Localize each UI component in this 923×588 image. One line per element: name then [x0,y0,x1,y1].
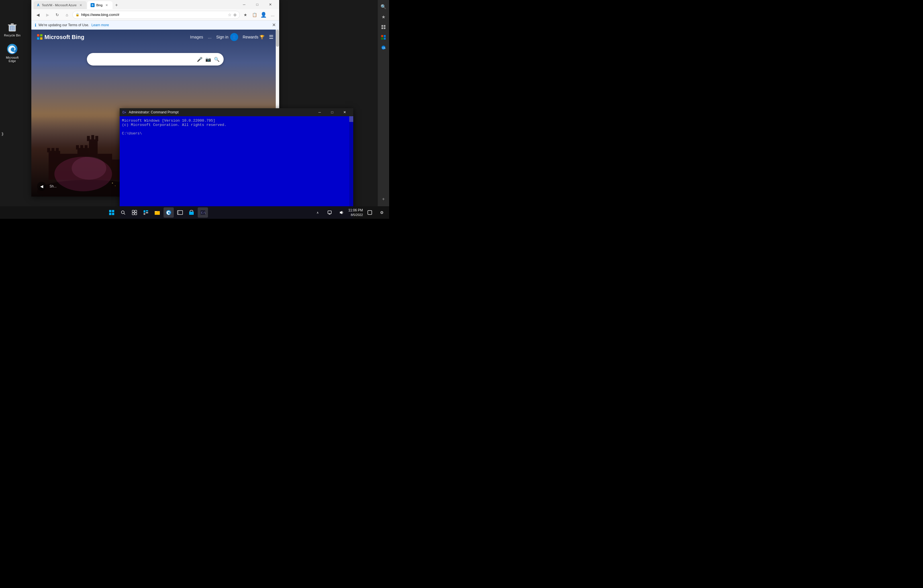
search-icons: 🎤 📷 🔍 [197,57,220,62]
svg-rect-55 [144,210,145,212]
svg-rect-3 [11,23,14,25]
task-view-button[interactable] [129,207,140,218]
search-button[interactable]: 🔍 [214,57,220,62]
maximize-button[interactable]: □ [251,0,264,9]
more-action[interactable]: … [268,10,277,19]
azure-tab-label: TestVM - Microsoft Azure [42,3,77,7]
cmd-restore-button[interactable]: □ [326,108,338,116]
add-favorites-icon[interactable]: ⊕ [233,13,237,17]
microsoft-edge-icon[interactable]: Microsoft Edge [2,42,22,64]
bing-nav: Images … Sign in 👤 Rewards 🏆 ☰ [190,33,273,41]
home-button[interactable]: ⌂ [63,10,71,19]
taskbar-edge-browser[interactable] [164,207,174,218]
svg-point-26 [72,157,106,180]
refresh-button[interactable]: ↻ [53,10,62,19]
star-icon[interactable]: ☆ [228,13,232,17]
bing-rewards-text: Rewards [243,35,258,39]
svg-rect-48 [112,213,114,215]
cmd-scrollbar-thumb[interactable] [349,116,353,122]
bing-images-link[interactable]: Images [190,35,203,39]
cmd-title-bar: C> Administrator: Command Prompt ─ □ ✕ [120,108,353,116]
close-notification-button[interactable]: ✕ [272,22,276,28]
network-icon[interactable] [325,207,335,218]
svg-rect-63 [177,210,179,215]
bing-rewards-button[interactable]: Rewards 🏆 [243,35,264,39]
system-clock[interactable]: 11:06 PM 8/5/2022 [348,208,363,217]
svg-rect-35 [381,25,383,27]
bing-tab-favicon: B [90,3,95,7]
system-tray-expand[interactable]: ∧ [312,207,323,218]
visual-search-icon[interactable]: 📷 [205,57,211,62]
bing-signin-button[interactable]: Sign in 👤 [216,33,238,41]
learn-more-link[interactable]: Learn more [92,23,109,27]
bing-search-input[interactable] [91,57,195,62]
bing-tab-label: Bing [96,3,103,7]
sidebar-favorites-icon[interactable]: ★ [379,13,388,21]
svg-rect-17 [80,145,83,149]
profile-action[interactable]: 👤 [259,10,268,19]
svg-rect-42 [384,38,386,39]
forward-button[interactable]: ▶ [43,10,52,19]
cmd-line-3 [122,127,351,131]
minimize-button[interactable]: ─ [238,0,251,9]
voice-search-icon[interactable]: 🎤 [197,57,202,62]
notification-center[interactable] [365,207,375,218]
taskbar-store[interactable] [186,207,197,218]
cmd-content[interactable]: Microsoft Windows [Version 10.0.22000.79… [120,116,353,219]
svg-line-50 [124,214,125,215]
taskbar-search-button[interactable] [118,207,128,218]
volume-icon[interactable] [337,207,347,218]
browser-title-bar: A TestVM - Microsoft Azure ✕ B Bing ✕ + [31,0,279,9]
tab-strip: A TestVM - Microsoft Azure ✕ B Bing ✕ + [34,0,238,9]
recycle-bin-label: Recycle Bin [4,34,21,37]
taskbar-file-explorer[interactable] [152,207,163,218]
cmd-close-button[interactable]: ✕ [338,108,351,116]
recycle-bin-icon[interactable]: Recycle Bin [2,20,22,38]
svg-rect-21 [91,135,94,141]
svg-rect-37 [381,27,383,29]
sidebar-collections-icon[interactable] [379,23,388,31]
taskbar-explorer[interactable] [175,207,185,218]
svg-rect-64 [189,212,194,215]
svg-rect-67 [328,211,331,214]
svg-rect-22 [95,136,98,141]
address-bar[interactable]: 🔒 https://www.bing.com/# ☆ ⊕ [72,11,240,19]
back-button[interactable]: ◀ [34,10,42,19]
window-controls: ─ □ ✕ [238,0,277,9]
sidebar-search-icon[interactable]: 🔍 [379,2,388,11]
taskbar-terminal[interactable]: C:\ [198,207,208,218]
tab-azure[interactable]: A TestVM - Microsoft Azure ✕ [34,1,87,9]
tab-bing[interactable]: B Bing ✕ [87,1,113,9]
taskbar-settings[interactable]: ⚙ [377,207,387,218]
bing-tab-close[interactable]: ✕ [104,3,109,8]
carousel-prev-button[interactable]: ◀ [37,182,46,191]
widgets-button[interactable] [141,207,151,218]
add-tab-button[interactable]: + [113,1,120,9]
favorites-action[interactable]: ★ [241,10,250,19]
azure-tab-close[interactable]: ✕ [78,3,83,8]
cmd-scrollbar[interactable] [349,116,353,219]
cmd-minimize-button[interactable]: ─ [314,108,326,116]
svg-rect-53 [132,213,134,215]
svg-rect-71 [368,210,372,215]
notification-bar: ℹ We're updating our Terms of Use. Learn… [31,21,279,30]
svg-rect-12 [52,148,54,153]
sidebar-office-icon[interactable] [379,33,388,42]
collections-action[interactable]: 📋 [250,10,259,19]
bing-search-box[interactable]: 🎤 📷 🔍 [87,53,223,66]
svg-rect-45 [109,210,112,212]
start-button[interactable] [107,207,117,218]
close-button[interactable]: ✕ [264,0,277,9]
bing-more-link[interactable]: … [208,35,212,39]
time-display: 11:06 PM [348,208,363,213]
azure-tab-favicon: A [37,3,39,7]
bing-menu-button[interactable]: ☰ [269,34,273,40]
scrollbar-thumb[interactable] [276,30,279,47]
sidebar-add-icon[interactable]: + [379,195,388,204]
url-text: https://www.bing.com/# [81,13,226,17]
sidebar-outlook-icon[interactable]: OL [379,43,388,52]
svg-text:OL: OL [382,46,386,49]
edge-extensions-sidebar: 🔍 ★ OL + [378,0,389,206]
svg-rect-2 [8,25,16,25]
ms-logo-squares [37,34,43,40]
